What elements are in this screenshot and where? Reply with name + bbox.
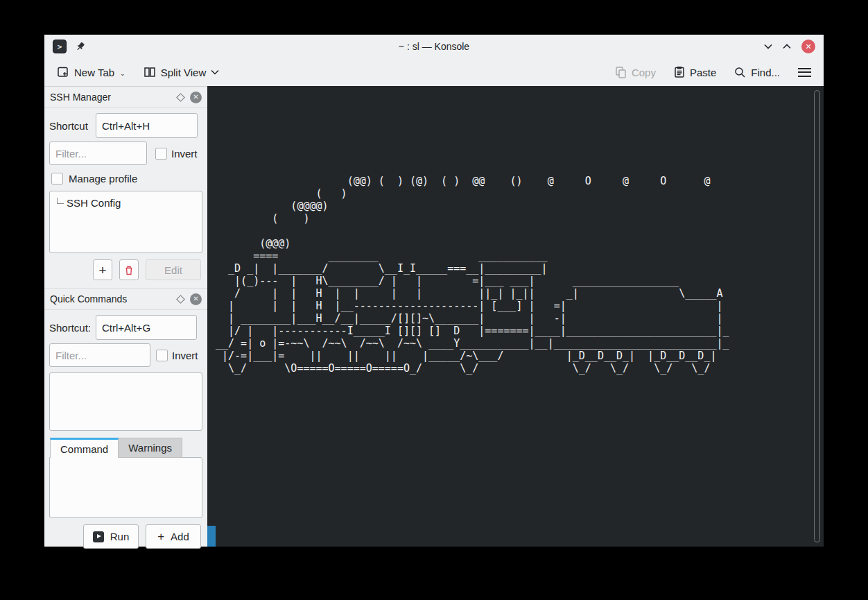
qc-add-button[interactable]: + Add (146, 524, 201, 549)
tab-command[interactable]: Command (50, 438, 119, 458)
float-panel-icon[interactable] (176, 93, 185, 102)
qc-shortcut-field[interactable] (96, 315, 197, 340)
minimize-button[interactable] (764, 44, 772, 49)
ssh-shortcut-label: Shortcut (49, 120, 88, 132)
konsole-window: > ~ : sl — Konsole ✕ (44, 35, 824, 547)
manage-profile-checkbox[interactable] (51, 173, 63, 185)
close-panel-icon[interactable]: ✕ (190, 92, 202, 103)
tree-branch-icon (57, 198, 64, 204)
manage-profile-label: Manage profile (69, 173, 137, 185)
ssh-invert-checkbox[interactable] (155, 148, 167, 160)
new-tab-button[interactable]: New Tab ⌄ (57, 66, 125, 78)
float-panel-icon[interactable] (176, 295, 185, 304)
copy-icon (615, 66, 627, 78)
search-icon (734, 67, 746, 78)
close-panel-icon[interactable]: ✕ (190, 293, 202, 305)
tree-item-ssh-config[interactable]: SSH Config (50, 191, 202, 209)
ssh-manager-title: SSH Manager (50, 92, 111, 103)
split-view-icon (144, 66, 156, 78)
ssh-shortcut-field[interactable] (96, 113, 198, 138)
ssh-tree-list[interactable]: SSH Config (49, 191, 202, 253)
menu-button[interactable] (798, 68, 811, 77)
qc-filter-input[interactable] (49, 343, 150, 367)
new-tab-icon (57, 66, 69, 78)
plus-icon: + (157, 531, 164, 542)
copy-button[interactable]: Copy (615, 66, 656, 78)
find-label: Find... (751, 67, 780, 78)
ssh-manager-header: SSH Manager ✕ (44, 86, 207, 108)
qc-invert-label: Invert (172, 350, 198, 361)
copy-label: Copy (632, 67, 656, 78)
add-label: Add (171, 531, 189, 542)
titlebar: > ~ : sl — Konsole ✕ (44, 35, 824, 58)
terminal-display[interactable]: (@@) ( ) (@) ( ) @@ () @ O @ O @ ( ) (@@… (207, 86, 824, 547)
quick-commands-header: Quick Commands ✕ (44, 288, 207, 310)
maximize-button[interactable] (783, 44, 791, 49)
split-view-chevron (211, 69, 219, 75)
tab-warnings[interactable]: Warnings (119, 438, 182, 458)
paste-button[interactable]: Paste (674, 66, 716, 78)
plus-icon: + (98, 264, 106, 277)
qc-invert-checkbox[interactable] (156, 350, 168, 361)
ssh-filter-input[interactable] (49, 142, 147, 165)
find-button[interactable]: Find... (734, 67, 780, 78)
paste-label: Paste (690, 67, 716, 78)
toolbar: New Tab ⌄ Split View Copy (44, 58, 824, 86)
terminal-ascii-art-sl-train: (@@) ( ) (@) ( ) @@ () @ O @ O @ ( ) (@@… (216, 175, 729, 375)
paste-icon (674, 66, 685, 78)
qc-shortcut-label: Shortcut: (49, 322, 91, 334)
ssh-edit-button[interactable]: Edit (146, 259, 201, 280)
ssh-add-button[interactable]: + (93, 259, 112, 280)
trash-icon (124, 265, 134, 275)
quick-commands-title: Quick Commands (50, 293, 127, 305)
qc-command-editor[interactable] (49, 457, 202, 518)
hamburger-icon (798, 68, 811, 77)
panel-splitter-handle[interactable] (207, 526, 216, 547)
split-view-button[interactable]: Split View (144, 66, 220, 78)
close-button[interactable]: ✕ (801, 40, 815, 53)
ssh-delete-button[interactable] (119, 259, 139, 280)
play-icon (93, 531, 104, 542)
new-tab-label: New Tab (74, 67, 114, 78)
qc-command-list[interactable] (49, 372, 202, 431)
tree-item-label: SSH Config (67, 197, 121, 209)
run-label: Run (110, 531, 130, 542)
new-tab-dropdown-caret[interactable]: ⌄ (120, 70, 125, 77)
window-title: ~ : sl — Konsole (44, 41, 824, 52)
qc-run-button[interactable]: Run (83, 524, 139, 549)
terminal-scrollbar[interactable] (814, 90, 820, 542)
split-view-label: Split View (161, 67, 207, 78)
ssh-invert-label: Invert (171, 148, 198, 160)
sidebar: SSH Manager ✕ Shortcut Invert Manage pro… (44, 86, 207, 547)
